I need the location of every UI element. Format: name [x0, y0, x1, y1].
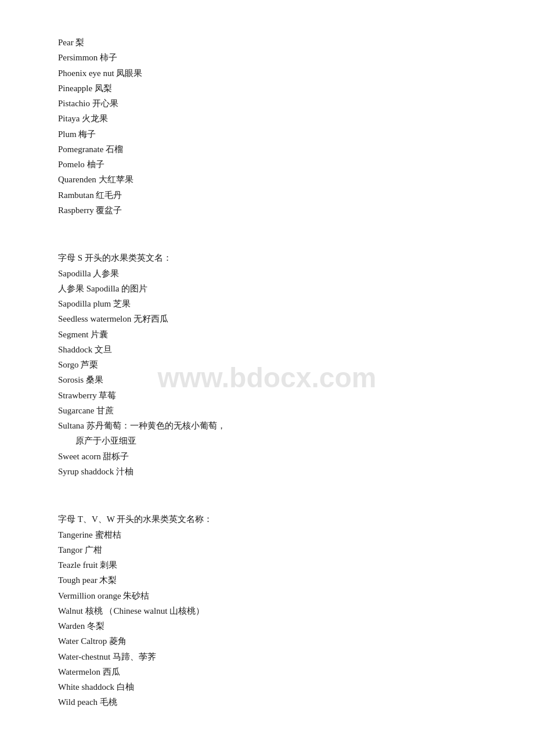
line-warden: Warden 冬梨: [58, 618, 476, 633]
line-sapodilla: Sapodilla 人参果: [58, 266, 476, 281]
line-pineapple: Pineapple 凤梨: [58, 81, 476, 96]
line-wild-peach: Wild peach 毛桃: [58, 694, 476, 710]
line-phoenix-eye-nut: Phoenix eye nut 凤眼果: [58, 66, 476, 81]
line-plum: Plum 梅子: [58, 127, 476, 142]
line-seedless-watermelon: Seedless watermelon 无籽西瓜: [58, 311, 476, 326]
line-shaddock: Shaddock 文旦: [58, 342, 476, 357]
line-sapodilla-pic: 人参果 Sapodilla 的图片: [58, 281, 476, 296]
line-pear: Pear 梨: [58, 35, 476, 50]
line-pomelo: Pomelo 柚子: [58, 157, 476, 172]
line-quarenden: Quarenden 大红苹果: [58, 172, 476, 187]
line-pistachio: Pistachio 开心果: [58, 96, 476, 111]
line-tough-pear: Tough pear 木梨: [58, 573, 476, 588]
line-syrup-shaddock: Syrup shaddock 汁柚: [58, 464, 476, 479]
line-strawberry: Strawberry 草莓: [58, 388, 476, 403]
s-header-label: 字母 S 开头的水果类英文名：: [58, 250, 476, 265]
line-sorgo: Sorgo 芦栗: [58, 357, 476, 372]
line-water-caltrop: Water Caltrop 菱角: [58, 633, 476, 649]
line-tangerine: Tangerine 蜜柑桔: [58, 527, 476, 542]
tvw-header-label: 字母 T、V、W 开头的水果类英文名称：: [58, 512, 476, 527]
s-section: 字母 S 开头的水果类英文名： Sapodilla 人参果 人参果 Sapodi…: [58, 235, 476, 479]
line-white-shaddock: White shaddock 白柚: [58, 679, 476, 694]
line-raspberry: Raspberry 覆盆子: [58, 203, 476, 218]
line-walnut: Walnut 核桃 （Chinese walnut 山核桃）: [58, 603, 476, 618]
line-sugarcane: Sugarcane 甘蔗: [58, 403, 476, 418]
line-pomegranate: Pomegranate 石榴: [58, 142, 476, 157]
line-teazle-fruit: Teazle fruit 刺果: [58, 557, 476, 573]
s-section-header: [58, 235, 476, 250]
line-sultana-origin: 原产于小亚细亚: [58, 433, 476, 448]
line-sorosis: Sorosis 桑果: [58, 372, 476, 387]
line-rambutan: Rambutan 红毛丹: [58, 188, 476, 203]
line-sapodilla-plum: Sapodilla plum 芝果: [58, 296, 476, 311]
tvw-section: 字母 T、V、W 开头的水果类英文名称： Tangerine 蜜柑桔 Tango…: [58, 496, 476, 710]
line-sweet-acorn: Sweet acorn 甜栎子: [58, 449, 476, 464]
line-watermelon: Watermelon 西瓜: [58, 664, 476, 679]
line-pitaya: Pitaya 火龙果: [58, 111, 476, 126]
line-persimmon: Persimmon 柿子: [58, 50, 476, 65]
line-tangor: Tangor 广柑: [58, 542, 476, 557]
line-segment: Segment 片囊: [58, 327, 476, 342]
p-section: Pear 梨 Persimmon 柿子 Phoenix eye nut 凤眼果 …: [58, 35, 476, 218]
line-vermillion-orange: Vermillion orange 朱砂桔: [58, 588, 476, 603]
line-water-chestnut: Water-chestnut 马蹄、荸荠: [58, 649, 476, 664]
line-sultana: Sultana 苏丹葡萄：一种黄色的无核小葡萄，: [58, 418, 476, 433]
